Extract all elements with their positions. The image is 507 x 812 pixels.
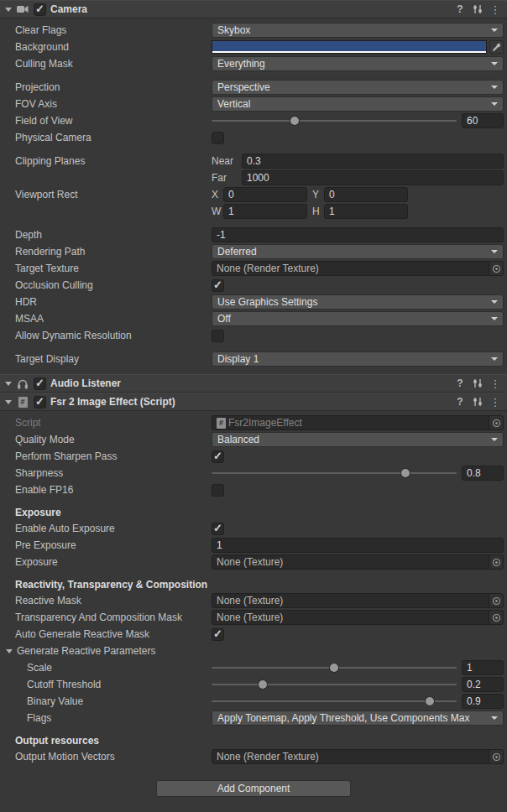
object-picker-icon[interactable] bbox=[489, 262, 503, 275]
fsr2-enabled-checkbox[interactable] bbox=[34, 396, 46, 409]
foldout-arrow-icon[interactable] bbox=[5, 400, 12, 404]
chevron-down-icon bbox=[491, 317, 498, 320]
culling-mask-dropdown[interactable]: Everything bbox=[212, 56, 504, 71]
field-label: Culling Mask bbox=[15, 58, 212, 70]
target-display-dropdown[interactable]: Display 1 bbox=[212, 351, 504, 367]
field-label: Transparency And Composition Mask bbox=[15, 612, 212, 623]
transparency-mask-object-field[interactable]: None (Texture) bbox=[212, 610, 504, 625]
viewport-xy-field: X Y bbox=[212, 187, 504, 202]
menu-icon[interactable]: ⋮ bbox=[489, 395, 502, 409]
fov-axis-row: FOV Axis Vertical bbox=[0, 96, 507, 112]
foldout-arrow-icon[interactable] bbox=[5, 8, 12, 12]
eyedropper-icon[interactable] bbox=[489, 40, 504, 54]
slider-handle[interactable] bbox=[330, 664, 338, 672]
viewport-h-input[interactable] bbox=[324, 204, 408, 219]
enable-fp16-checkbox[interactable] bbox=[212, 484, 224, 497]
slider-track bbox=[212, 472, 457, 474]
field-label: Target Display bbox=[15, 353, 212, 365]
add-component-button[interactable]: Add Component bbox=[156, 780, 351, 797]
quality-mode-dropdown[interactable]: Balanced bbox=[212, 432, 504, 447]
scale-input[interactable] bbox=[462, 660, 504, 675]
field-label: Physical Camera bbox=[15, 132, 212, 143]
target-texture-object-field[interactable]: None (Render Texture) bbox=[212, 261, 504, 276]
camera-enabled-checkbox[interactable] bbox=[34, 3, 46, 16]
cutoff-threshold-input[interactable] bbox=[462, 677, 504, 692]
field-of-view-input[interactable] bbox=[462, 113, 504, 128]
field-label: Script bbox=[15, 417, 212, 429]
field-label: Sharpness bbox=[15, 467, 212, 479]
depth-row: Depth bbox=[0, 226, 507, 243]
hdr-dropdown[interactable]: Use Graphics Settings bbox=[212, 294, 504, 310]
field-label: Binary Value bbox=[27, 695, 212, 707]
menu-icon[interactable]: ⋮ bbox=[489, 3, 502, 16]
slider-handle[interactable] bbox=[426, 697, 434, 705]
clipping-near-input[interactable] bbox=[242, 154, 504, 169]
viewport-x-input[interactable] bbox=[223, 187, 307, 202]
slider-handle[interactable] bbox=[401, 469, 410, 477]
fov-axis-dropdown[interactable]: Vertical bbox=[212, 96, 504, 112]
audio-listener-enabled-checkbox[interactable] bbox=[34, 377, 46, 390]
slider-track bbox=[212, 120, 457, 122]
chevron-down-icon bbox=[491, 300, 498, 304]
enable-auto-exposure-checkbox[interactable] bbox=[212, 523, 224, 535]
slider-handle[interactable] bbox=[290, 117, 299, 125]
foldout-arrow-icon[interactable] bbox=[6, 649, 13, 653]
clear-flags-dropdown[interactable]: Skybox bbox=[212, 23, 504, 38]
component-title: Camera bbox=[50, 3, 87, 15]
flags-dropdown[interactable]: Apply Tonemap, Apply Threshold, Use Comp… bbox=[212, 710, 504, 726]
viewport-wh-field: W H bbox=[212, 204, 504, 219]
msaa-dropdown[interactable]: Off bbox=[212, 311, 504, 326]
pre-exposure-input[interactable] bbox=[212, 538, 504, 553]
slider-handle[interactable] bbox=[259, 680, 267, 689]
physical-camera-checkbox[interactable] bbox=[212, 132, 224, 144]
perform-sharpen-pass-checkbox[interactable] bbox=[212, 450, 224, 463]
field-label: Clipping Planes bbox=[15, 155, 212, 167]
h-label: H bbox=[312, 206, 324, 217]
auto-generate-reactive-mask-checkbox[interactable] bbox=[212, 628, 224, 641]
projection-dropdown[interactable]: Perspective bbox=[212, 80, 504, 95]
rendering-path-dropdown[interactable]: Deferred bbox=[212, 244, 504, 259]
object-picker-icon[interactable] bbox=[489, 555, 503, 569]
menu-icon[interactable]: ⋮ bbox=[489, 377, 502, 390]
object-picker-icon[interactable] bbox=[489, 611, 503, 624]
script-object-field[interactable]: #Fsr2ImageEffect bbox=[212, 415, 504, 430]
cutoff-threshold-slider[interactable] bbox=[212, 677, 457, 692]
field-of-view-slider[interactable] bbox=[212, 113, 457, 128]
sharpness-input[interactable] bbox=[462, 466, 504, 481]
object-picker-icon[interactable] bbox=[489, 416, 503, 429]
binary-value-input[interactable] bbox=[462, 694, 504, 709]
viewport-y-input[interactable] bbox=[324, 187, 408, 202]
generate-reactive-parameters-foldout[interactable]: Generate Reactive Parameters bbox=[0, 643, 507, 659]
flags-row: Flags Apply Tonemap, Apply Threshold, Us… bbox=[0, 710, 507, 726]
allow-dynamic-resolution-checkbox[interactable] bbox=[212, 330, 224, 342]
presets-icon[interactable] bbox=[471, 3, 484, 16]
help-icon[interactable]: ? bbox=[453, 3, 467, 16]
viewport-rect-wh-row: W H bbox=[0, 203, 507, 220]
viewport-w-input[interactable] bbox=[223, 204, 307, 219]
field-label: Clear Flags bbox=[15, 24, 212, 36]
object-picker-icon[interactable] bbox=[489, 594, 503, 607]
foldout-arrow-icon[interactable] bbox=[5, 382, 12, 386]
physical-camera-row: Physical Camera bbox=[0, 129, 507, 146]
help-icon[interactable]: ? bbox=[453, 377, 467, 390]
field-label: Rendering Path bbox=[15, 246, 212, 258]
exposure-object-field[interactable]: None (Texture) bbox=[212, 554, 504, 570]
presets-icon[interactable] bbox=[471, 395, 484, 409]
output-motion-vectors-object-field[interactable]: None (Render Texture) bbox=[212, 749, 504, 764]
help-icon[interactable]: ? bbox=[453, 395, 467, 409]
object-picker-icon[interactable] bbox=[489, 750, 503, 763]
occlusion-culling-checkbox[interactable] bbox=[212, 279, 224, 292]
sharpness-slider[interactable] bbox=[212, 466, 457, 481]
field-label: Enable FP16 bbox=[15, 484, 212, 496]
clipping-far-input[interactable] bbox=[242, 170, 504, 185]
clipping-near-field: Near bbox=[212, 154, 504, 169]
scale-slider[interactable] bbox=[212, 660, 457, 675]
chevron-down-icon bbox=[491, 438, 498, 441]
presets-icon[interactable] bbox=[471, 377, 484, 390]
background-color-field[interactable] bbox=[212, 40, 487, 54]
binary-value-slider[interactable] bbox=[212, 694, 457, 709]
camera-icon bbox=[16, 3, 29, 16]
reactive-mask-object-field[interactable]: None (Texture) bbox=[212, 593, 504, 608]
depth-input[interactable] bbox=[212, 227, 504, 242]
alpha-strip bbox=[212, 51, 486, 53]
